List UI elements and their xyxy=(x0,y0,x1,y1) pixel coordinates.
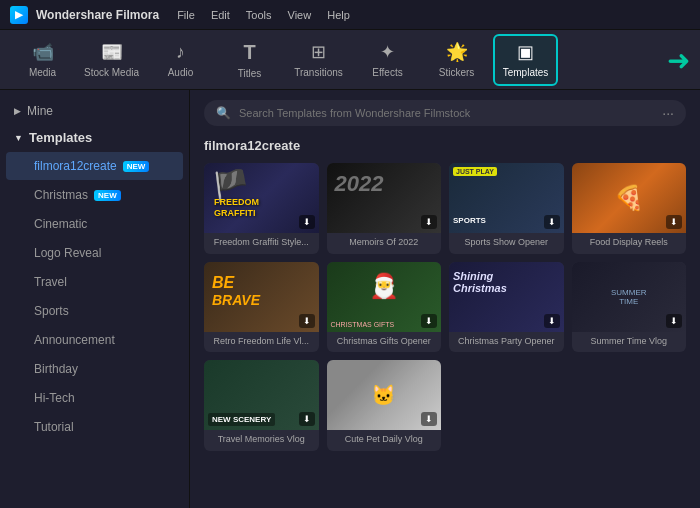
card-label-retro: Retro Freedom Life Vl... xyxy=(204,332,319,353)
toolbar: 📹 Media 📰 Stock Media ♪ Audio T Titles ⊞… xyxy=(0,30,700,90)
template-grid: 🏴 FREEDOMGRAFFITI ⬇ Freedom Graffiti Sty… xyxy=(204,163,686,451)
tool-templates[interactable]: ▣ Templates xyxy=(493,34,558,86)
download-icon[interactable]: ⬇ xyxy=(299,314,315,328)
just-play-badge: JUST PLAY xyxy=(453,167,497,176)
template-card-christmas-party[interactable]: ShiningChristmas ⬇ Christmas Party Opene… xyxy=(449,262,564,353)
card-label-freedom: Freedom Graffiti Style... xyxy=(204,233,319,254)
card-label-christmas-party: Christmas Party Opener xyxy=(449,332,564,353)
tool-titles[interactable]: T Titles xyxy=(217,34,282,86)
card-label-christmas-gifts: Christmas Gifts Opener xyxy=(327,332,442,353)
transitions-icon: ⊞ xyxy=(311,41,326,63)
section-title: filmora12create xyxy=(204,138,686,153)
menu-help[interactable]: Help xyxy=(327,9,350,21)
xmas-star-icon: 🎅 xyxy=(369,272,399,300)
stickers-icon: 🌟 xyxy=(446,41,468,63)
template-card-summer[interactable]: SUMMERTIME ⬇ Summer Time Vlog xyxy=(572,262,687,353)
search-input[interactable] xyxy=(239,107,654,119)
template-card-freedom[interactable]: 🏴 FREEDOMGRAFFITI ⬇ Freedom Graffiti Sty… xyxy=(204,163,319,254)
template-card-food[interactable]: 🍕 ⬇ Food Display Reels xyxy=(572,163,687,254)
stock-media-icon: 📰 xyxy=(101,41,123,63)
card-label-food: Food Display Reels xyxy=(572,233,687,254)
download-icon[interactable]: ⬇ xyxy=(544,314,560,328)
retro-brave-text: BE xyxy=(212,274,234,292)
travel-scenery-text: NEW SCENERY xyxy=(208,413,275,426)
template-card-sports[interactable]: JUST PLAY SPORTS ⬇ Sports Show Opener xyxy=(449,163,564,254)
titles-icon: T xyxy=(243,41,255,64)
sidebar-item-tutorial[interactable]: Tutorial xyxy=(6,413,183,441)
template-card-travel[interactable]: NEW SCENERY ⬇ Travel Memories Vlog xyxy=(204,360,319,451)
download-icon[interactable]: ⬇ xyxy=(421,215,437,229)
sidebar-group-templates[interactable]: ▼ Templates xyxy=(0,124,189,151)
media-icon: 📹 xyxy=(32,41,54,63)
sidebar-item-sports[interactable]: Sports xyxy=(6,297,183,325)
sidebar-item-mine[interactable]: ▶ Mine xyxy=(0,98,189,124)
badge-new-christmas: NEW xyxy=(94,190,121,201)
app-logo: ▶ xyxy=(10,6,28,24)
search-icon: 🔍 xyxy=(216,106,231,120)
card-label-travel: Travel Memories Vlog xyxy=(204,430,319,451)
template-card-christmas-gifts[interactable]: 🎅 CHRISTMAS GIFTS ⬇ Christmas Gifts Open… xyxy=(327,262,442,353)
template-card-retro[interactable]: BE BRAVE ⬇ Retro Freedom Life Vl... xyxy=(204,262,319,353)
download-icon[interactable]: ⬇ xyxy=(299,215,315,229)
sidebar-item-christmas[interactable]: Christmas NEW xyxy=(6,181,183,209)
sidebar-item-logo-reveal[interactable]: Logo Reveal xyxy=(6,239,183,267)
tool-effects[interactable]: ✦ Effects xyxy=(355,34,420,86)
more-options-icon[interactable]: ··· xyxy=(662,105,674,121)
tool-audio[interactable]: ♪ Audio xyxy=(148,34,213,86)
sidebar-item-birthday[interactable]: Birthday xyxy=(6,355,183,383)
sidebar-item-cinematic[interactable]: Cinematic xyxy=(6,210,183,238)
search-bar[interactable]: 🔍 ··· xyxy=(204,100,686,126)
templates-icon: ▣ xyxy=(517,41,534,63)
sidebar-item-travel[interactable]: Travel xyxy=(6,268,183,296)
menu-bar: File Edit Tools View Help xyxy=(177,9,350,21)
main-layout: ▶ Mine ▼ Templates filmora12create NEW C… xyxy=(0,90,700,508)
download-icon[interactable]: ⬇ xyxy=(666,215,682,229)
audio-icon: ♪ xyxy=(176,42,185,63)
card-label-sports: Sports Show Opener xyxy=(449,233,564,254)
download-icon[interactable]: ⬇ xyxy=(299,412,315,426)
sidebar-item-filmora12create[interactable]: filmora12create NEW xyxy=(6,152,183,180)
template-card-pet[interactable]: 🐱 ⬇ Cute Pet Daily Vlog xyxy=(327,360,442,451)
summer-text: SUMMERTIME xyxy=(611,288,647,306)
download-icon[interactable]: ⬇ xyxy=(421,412,437,426)
tool-transitions[interactable]: ⊞ Transitions xyxy=(286,34,351,86)
card-label-memoirs: Memoirs Of 2022 xyxy=(327,233,442,254)
menu-view[interactable]: View xyxy=(288,9,312,21)
tool-media[interactable]: 📹 Media xyxy=(10,34,75,86)
titlebar: ▶ Wondershare Filmora File Edit Tools Vi… xyxy=(0,0,700,30)
tool-stickers[interactable]: 🌟 Stickers xyxy=(424,34,489,86)
memoirs-year-text: 2022 xyxy=(335,171,384,197)
download-icon[interactable]: ⬇ xyxy=(544,215,560,229)
xmas-party-text: ShiningChristmas xyxy=(453,270,507,294)
sidebar: ▶ Mine ▼ Templates filmora12create NEW C… xyxy=(0,90,190,508)
effects-icon: ✦ xyxy=(380,41,395,63)
menu-file[interactable]: File xyxy=(177,9,195,21)
chevron-down-icon: ▼ xyxy=(14,133,23,143)
chevron-right-icon: ▶ xyxy=(14,106,21,116)
sidebar-item-announcement[interactable]: Announcement xyxy=(6,326,183,354)
template-card-memoirs[interactable]: 2022 ⬇ Memoirs Of 2022 xyxy=(327,163,442,254)
app-name: Wondershare Filmora xyxy=(36,8,159,22)
menu-edit[interactable]: Edit xyxy=(211,9,230,21)
card-label-pet: Cute Pet Daily Vlog xyxy=(327,430,442,451)
content-area: 🔍 ··· filmora12create 🏴 FREEDOMGRAFFITI … xyxy=(190,90,700,508)
sidebar-item-hi-tech[interactable]: Hi-Tech xyxy=(6,384,183,412)
download-icon[interactable]: ⬇ xyxy=(666,314,682,328)
badge-new-filmora12: NEW xyxy=(123,161,150,172)
card-label-summer: Summer Time Vlog xyxy=(572,332,687,353)
tool-stock-media[interactable]: 📰 Stock Media xyxy=(79,34,144,86)
arrow-indicator: ➜ xyxy=(667,43,690,76)
download-icon[interactable]: ⬇ xyxy=(421,314,437,328)
menu-tools[interactable]: Tools xyxy=(246,9,272,21)
